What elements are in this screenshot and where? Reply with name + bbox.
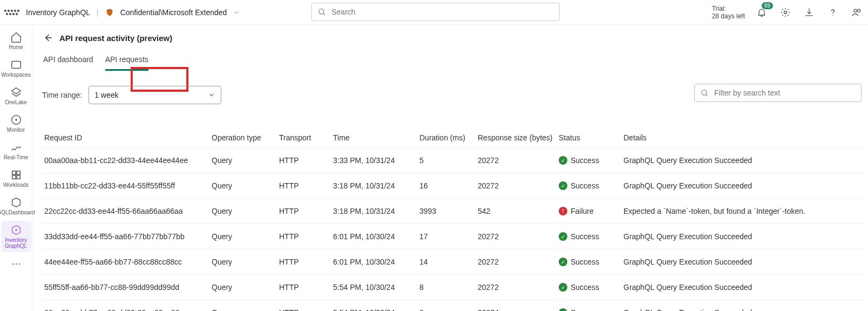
rail-gqldashboard[interactable]: GQLDashboard: [1, 193, 31, 219]
rail-workloads[interactable]: Workloads: [1, 166, 31, 191]
main-panel: API request activity (preview) API dashb…: [32, 25, 868, 311]
cell-op: Query: [212, 181, 279, 190]
rail-monitor[interactable]: Monitor: [1, 111, 31, 136]
time-range-label: Time range:: [42, 91, 82, 99]
cell-details: GraphQL Query Execution Succeeded: [623, 232, 863, 241]
breadcrumb-item[interactable]: Inventory GraphQL: [26, 8, 90, 17]
cell-size: 20272: [478, 156, 559, 165]
rail-onelake[interactable]: OneLake: [1, 83, 31, 109]
cell-size: 542: [478, 207, 559, 215]
table-row[interactable]: 00aa00aa-bb11-cc22-dd33-44ee44ee44eeQuer…: [42, 147, 865, 173]
cell-transport: HTTP: [279, 181, 333, 190]
cell-status: ✓Success: [559, 258, 623, 266]
cell-status: ✓Success: [559, 283, 623, 292]
cell-request-id: 22cc22cc-dd33-ee44-ff55-66aa66aa66aa: [44, 207, 212, 215]
col-duration[interactable]: Duration (ms): [419, 133, 478, 142]
col-request-id[interactable]: Request ID: [44, 133, 212, 142]
col-size[interactable]: Response size (bytes): [478, 133, 559, 142]
help-button[interactable]: [826, 5, 840, 19]
col-transport[interactable]: Transport: [279, 133, 333, 142]
cell-request-id: 00aa00aa-bb11-cc22-dd33-44ee44ee44ee: [44, 156, 212, 165]
cell-transport: HTTP: [279, 232, 333, 241]
table-row[interactable]: 55ff55ff-aa66-bb77-cc88-99dd99dd99ddQuer…: [42, 274, 865, 300]
cell-duration: 17: [419, 232, 478, 241]
shield-icon: [105, 8, 114, 17]
time-range-select[interactable]: 1 week: [89, 86, 221, 104]
table-row[interactable]: 66aa66aa-bb77-cc88-dd99-00ee00ee00eeQuer…: [42, 300, 865, 311]
col-time[interactable]: Time: [333, 133, 419, 142]
page-header: API request activity (preview): [42, 32, 868, 43]
svg-point-1: [784, 11, 787, 13]
notifications-button[interactable]: 69: [755, 5, 769, 19]
controls-row: Time range: 1 week: [42, 86, 868, 104]
tab-api-requests[interactable]: API requests: [105, 52, 148, 71]
tab-api-dashboard[interactable]: API dashboard: [43, 52, 93, 71]
cell-time: 5:54 PM, 10/30/24: [333, 283, 419, 292]
table-row[interactable]: 22cc22cc-dd33-ee44-ff55-66aa66aa66aaQuer…: [42, 198, 865, 224]
cell-transport: HTTP: [279, 156, 333, 165]
home-icon: [10, 31, 22, 43]
cell-time: 6:01 PM, 10/30/24: [333, 232, 419, 241]
success-icon: ✓: [559, 258, 567, 266]
chevron-down-icon[interactable]: [233, 9, 240, 16]
app-launcher-icon[interactable]: [4, 5, 19, 20]
col-operation-type[interactable]: Operation type: [212, 133, 279, 142]
rail-inventory-graphql[interactable]: Inventory GraphQL: [1, 221, 31, 252]
cell-status: ✓Success: [559, 156, 623, 165]
cell-size: 26674: [478, 308, 559, 311]
cell-time: 3:18 PM, 10/31/24: [333, 181, 419, 190]
svg-rect-11: [12, 175, 15, 179]
download-button[interactable]: [802, 5, 816, 19]
cell-time: 3:33 PM, 10/31/24: [333, 156, 419, 165]
workspaces-icon: [10, 59, 22, 71]
search-icon: [700, 89, 709, 97]
cell-size: 20272: [478, 258, 559, 266]
svg-marker-6: [11, 88, 21, 94]
col-status[interactable]: Status: [559, 133, 623, 142]
settings-button[interactable]: [778, 5, 792, 19]
cell-details: GraphQL Query Execution Succeeded: [623, 308, 863, 311]
gear-icon: [780, 7, 791, 18]
svg-marker-13: [12, 198, 20, 207]
success-icon: ✓: [559, 283, 567, 292]
col-details[interactable]: Details: [623, 133, 863, 142]
table-row[interactable]: 33dd33dd-ee44-ff55-aa66-77bb77bb77bbQuer…: [42, 224, 865, 249]
svg-rect-9: [12, 171, 15, 174]
cell-details: GraphQL Query Execution Succeeded: [623, 156, 863, 165]
cell-duration: 8: [419, 308, 478, 311]
rail-home[interactable]: Home: [1, 28, 31, 53]
left-nav-rail: Home Workspaces OneLake Monitor Real-Tim…: [0, 25, 32, 311]
trial-info: Trial: 28 days left: [712, 5, 745, 20]
cell-transport: HTTP: [279, 258, 333, 266]
cell-request-id: 55ff55ff-aa66-bb77-cc88-99dd99dd99dd: [44, 283, 212, 292]
account-button[interactable]: [850, 5, 864, 19]
rail-realtime[interactable]: Real-Time: [1, 138, 31, 164]
back-arrow-icon[interactable]: [42, 32, 53, 43]
rail-workspaces[interactable]: Workspaces: [1, 56, 31, 81]
cell-op: Query: [212, 308, 279, 311]
global-search-input[interactable]: [330, 7, 554, 17]
table-row[interactable]: 44ee44ee-ff55-aa66-bb77-88cc88cc88ccQuer…: [42, 249, 865, 274]
topbar: Inventory GraphQL | Confidential\Microso…: [0, 0, 868, 25]
cell-request-id: 66aa66aa-bb77-cc88-dd99-00ee00ee00ee: [44, 308, 212, 311]
cell-duration: 5: [419, 156, 478, 165]
onelake-icon: [10, 86, 22, 98]
cell-status: ✓Success: [559, 181, 623, 190]
workloads-icon: [10, 169, 22, 181]
gql-dashboard-icon: [10, 197, 22, 208]
chevron-down-icon: [208, 91, 215, 99]
success-icon: ✓: [559, 181, 567, 190]
filter-input[interactable]: [713, 88, 856, 98]
topbar-right: Trial: 28 days left 69: [712, 5, 864, 20]
breadcrumb-classification[interactable]: Confidential\Microsoft Extended: [120, 8, 227, 17]
svg-point-3: [854, 9, 857, 12]
global-search[interactable]: [311, 3, 560, 21]
cell-op: Query: [212, 283, 279, 292]
filter-box[interactable]: [694, 84, 862, 102]
table-row[interactable]: 11bb11bb-cc22-dd33-ee44-55ff55ff55ffQuer…: [42, 173, 865, 198]
rail-more[interactable]: ⋯: [11, 258, 21, 269]
cell-time: 6:01 PM, 10/30/24: [333, 258, 419, 266]
breadcrumb-separator: |: [97, 8, 99, 17]
cell-op: Query: [212, 232, 279, 241]
svg-point-8: [15, 119, 17, 121]
